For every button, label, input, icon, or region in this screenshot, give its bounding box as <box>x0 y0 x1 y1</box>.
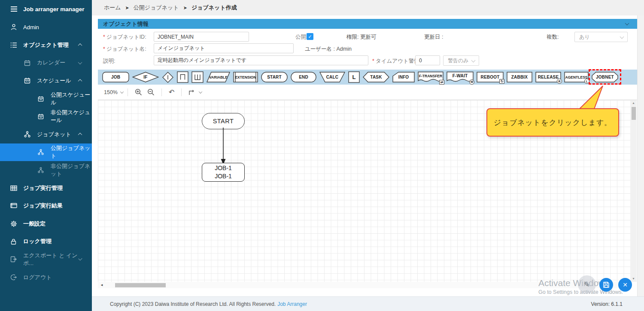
sidebar-item-label: エクスポート と インポ... <box>23 252 79 267</box>
tool-zabbix[interactable]: ZABBIX <box>507 72 532 82</box>
sidebar-user-label: Admin <box>23 24 39 30</box>
version-text: Version: 6.1.1 <box>591 301 623 307</box>
timeout-minutes-input[interactable] <box>415 55 440 65</box>
tool-task[interactable]: TASK <box>363 72 389 82</box>
permission-label: 権限: 更新可 <box>346 34 376 41</box>
tool-end[interactable]: END <box>291 72 316 82</box>
zoom-level-dropdown[interactable]: 150% <box>104 89 123 95</box>
horizontal-scrollbar[interactable]: ◂ <box>98 282 630 288</box>
tool-info[interactable]: INFO <box>392 72 415 82</box>
breadcrumb-public-jobnet[interactable]: 公開ジョブネット <box>134 4 179 12</box>
tool-release[interactable]: RELEASE R <box>535 72 561 82</box>
scroll-left-icon[interactable]: ◂ <box>99 282 105 288</box>
updated-date-label: 更新日 : <box>424 34 443 41</box>
schedule-icon <box>38 113 45 119</box>
agentless-badge: L <box>584 79 589 84</box>
edit-fab-button[interactable]: ✎ <box>578 275 596 293</box>
connector-style-button[interactable] <box>186 89 204 96</box>
release-badge: R <box>557 79 562 84</box>
jobnet-icon <box>38 149 45 155</box>
app-title: Job arranger manager <box>23 6 85 12</box>
scroll-up-icon[interactable]: ▴ <box>630 100 637 106</box>
multiple-label: 複数: <box>547 34 559 41</box>
hamburger-menu-icon[interactable] <box>10 6 18 12</box>
sidebar-item-private-schedule[interactable]: 非公開スケジュール <box>0 107 92 125</box>
tool-jobnet[interactable]: JOBNET <box>592 72 618 82</box>
tool-if[interactable]: IF <box>132 72 159 82</box>
tool-parallel-end-icon[interactable] <box>191 71 204 83</box>
canvas-toolbar: 150% ↶ <box>98 85 637 100</box>
tool-extension[interactable]: EXTENSION <box>233 72 258 82</box>
vertical-scrollbar[interactable]: ▴ ▾ <box>630 100 637 282</box>
jobnet-name-input[interactable] <box>154 43 294 53</box>
start-node[interactable]: START <box>202 113 245 129</box>
reboot-badge-icon: ↻ <box>499 79 504 84</box>
divider <box>161 88 162 96</box>
sidebar-item-jobnet[interactable]: ジョブネット <box>0 125 92 143</box>
sidebar-item-label: 非公開スケジュール <box>51 109 92 124</box>
tool-loop[interactable]: L <box>348 71 360 83</box>
callout-tail <box>573 85 624 111</box>
tool-variable[interactable]: VARIABLE <box>207 72 230 82</box>
horizontal-scrollbar-thumb[interactable] <box>115 283 166 287</box>
sidebar-item-export-import[interactable]: エクスポート と インポ... <box>0 250 92 268</box>
description-input[interactable] <box>154 55 368 65</box>
timeout-mode-select[interactable]: 警告のみ <box>443 55 479 66</box>
collapse-chevron-icon[interactable] <box>625 21 629 25</box>
sidebar-item-schedule[interactable]: スケジュール <box>0 72 92 90</box>
right-gutter <box>637 15 644 296</box>
sidebar-item-object-management[interactable]: オブジェクト管理 <box>0 36 92 54</box>
copyright-text: Copyright (C) 2023 Daiwa Institute of Re… <box>110 301 276 307</box>
sidebar-item-label: ジョブ実行結果 <box>23 202 63 210</box>
sidebar-item-general-settings[interactable]: 一般設定 <box>0 215 92 233</box>
sidebar-item-logout[interactable]: ログアウト <box>0 268 92 287</box>
sidebar-item-label: カレンダー <box>37 59 65 67</box>
sidebar-item-calendar[interactable]: カレンダー <box>0 54 92 72</box>
tool-start[interactable]: START <box>261 72 288 82</box>
tool-agentless[interactable]: AGENTLESS L <box>564 72 589 82</box>
zoom-level-value: 150% <box>104 89 118 95</box>
multiple-select[interactable]: あり <box>574 32 628 42</box>
job-node[interactable]: JOB-1 JOB-1 <box>202 163 245 182</box>
divider <box>128 88 128 96</box>
undo-button[interactable]: ↶ <box>166 89 177 96</box>
sidebar-item-public-jobnet[interactable]: 公開ジョブネット <box>0 143 92 162</box>
sidebar-item-job-execution-management[interactable]: ジョブ実行管理 <box>0 179 92 197</box>
scroll-down-icon[interactable]: ▾ <box>630 276 637 282</box>
tool-reboot[interactable]: REBOOT ↻ <box>477 72 504 82</box>
jobnet-id-input[interactable] <box>154 32 249 42</box>
tutorial-callout: ジョブネットをクリックします。 <box>486 108 619 137</box>
sidebar-user[interactable]: Admin <box>0 18 92 36</box>
list-icon <box>10 42 18 48</box>
sidebar-item-private-jobnet[interactable]: 非公開ジョブネット <box>0 161 92 179</box>
sidebar-item-label: ジョブ実行管理 <box>23 184 63 192</box>
page-title: ジョブネット作成 <box>191 4 237 12</box>
shape-toolbar: JOB IF VARIABLE EXTENSION <box>98 70 637 85</box>
sidebar-item-label: 一般設定 <box>23 220 46 228</box>
sidebar-item-lock-management[interactable]: ロック管理 <box>0 233 92 251</box>
close-icon: ✕ <box>623 281 628 288</box>
job-arranger-link[interactable]: Job Arranger <box>277 301 307 307</box>
tool-parallel-start-icon[interactable] <box>177 71 188 83</box>
vertical-scrollbar-thumb[interactable] <box>632 107 636 120</box>
table-icon <box>10 185 18 191</box>
close-fab-button[interactable]: ✕ <box>618 278 632 292</box>
sidebar-item-job-execution-result[interactable]: ジョブ実行結果 <box>0 197 92 215</box>
zoom-in-button[interactable] <box>132 88 145 96</box>
breadcrumb-separator-icon: ➤ <box>183 5 187 11</box>
tool-calc[interactable]: CALC <box>319 72 345 82</box>
tool-f-transfer[interactable]: F-TRANSFER ⇄ <box>418 71 444 83</box>
breadcrumb-home[interactable]: ホーム <box>104 4 121 12</box>
chevron-down-icon <box>120 90 124 93</box>
zoom-out-button[interactable] <box>145 88 157 96</box>
jobnet-icon <box>24 131 31 137</box>
tool-job[interactable]: JOB <box>102 72 129 82</box>
public-checkbox[interactable]: ✓ <box>307 33 313 40</box>
object-info-header[interactable]: オブジェクト情報 <box>98 19 637 29</box>
lock-icon <box>10 238 18 245</box>
tool-if-end-icon[interactable] <box>162 71 174 83</box>
tool-f-wait[interactable]: F-WAIT W <box>447 71 474 83</box>
save-fab-button[interactable] <box>599 278 613 292</box>
schedule-icon <box>24 77 31 84</box>
sidebar-item-public-schedule[interactable]: 公開スケジュール <box>0 90 92 108</box>
